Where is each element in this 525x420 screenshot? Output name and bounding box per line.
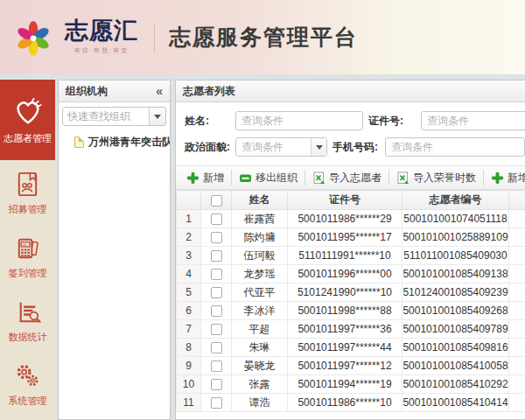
row-checkbox[interactable] [211, 360, 222, 372]
volunteer-table: 姓名 证件号 志愿者编号 1 崔露茜 5001011986******29 50… [176, 190, 525, 412]
row-checkbox[interactable] [211, 214, 222, 225]
sidebar-item-label: 签到管理 [9, 267, 47, 280]
political-select-value: 查询条件 [236, 140, 311, 155]
phone-filter-input[interactable] [385, 137, 525, 157]
row-checkbox[interactable] [211, 269, 222, 280]
remove-from-org-button[interactable]: 移出组织 [232, 166, 304, 189]
header-divider [154, 23, 155, 52]
checkbox-cell [201, 375, 232, 394]
table-row[interactable]: 4 龙梦瑶 5001011996******00 500101001085409… [177, 265, 525, 284]
app-header: 志愿汇 有你·有我·有爱 志愿服务管理平台 [0, 0, 525, 74]
chevron-down-icon [316, 145, 323, 150]
table-row[interactable]: 6 李冰洋 5001011998******88 500101001085409… [177, 302, 525, 320]
political-status-select[interactable]: 查询条件 [235, 137, 327, 157]
name-cell: 谭浩 [232, 394, 288, 412]
flower-logo-icon [10, 15, 56, 60]
row-number: 2 [177, 228, 201, 247]
table-row[interactable]: 3 伍珂毅 5110111991******10 511011001085409… [177, 247, 525, 265]
sidebar-item-recruit-management[interactable]: 招募管理 [0, 160, 55, 224]
select-dropdown-button[interactable] [311, 138, 326, 156]
row-number: 5 [177, 284, 201, 302]
clipped-action-cell [509, 210, 525, 228]
checkbox-cell [201, 247, 232, 265]
sidebar-item-label: 系统管理 [9, 395, 47, 408]
org-tree-node-label: 万州港青年突击队 [88, 135, 171, 150]
sidebar-item-volunteer-management[interactable]: 志愿者管理 [0, 80, 55, 160]
org-search-input[interactable] [63, 108, 149, 125]
name-cell: 晏晓龙 [232, 357, 288, 375]
checkbox-cell [201, 320, 232, 339]
row-checkbox[interactable] [211, 324, 222, 335]
table-row[interactable]: 7 平超 5001011997******36 5001010010854097… [177, 320, 525, 339]
button-label: 新增 [203, 171, 224, 186]
clipped-action-cell [509, 320, 525, 339]
sidebar-item-system-management[interactable]: 系统管理 [0, 352, 55, 416]
stats-chart-icon [12, 297, 43, 327]
sidebar-item-data-statistics[interactable]: 数据统计 [0, 288, 55, 352]
filter-row-1: 姓名: 证件号: [185, 109, 525, 132]
row-checkbox[interactable] [211, 250, 222, 262]
clipped-action-cell [509, 284, 525, 302]
chevron-down-icon [154, 115, 161, 119]
name-cell: 龙梦瑶 [232, 265, 288, 284]
select-all-checkbox[interactable] [211, 195, 222, 206]
table-row[interactable]: 10 张露 5001011994******19 500101001085410… [177, 375, 525, 394]
table-row[interactable]: 11 谭浩 5001011986******10 500101001085410… [177, 394, 525, 412]
org-tree-node[interactable]: 万州港青年突击队 [74, 135, 170, 150]
org-search-combobox [62, 107, 166, 126]
plus-icon [186, 172, 200, 185]
add-button[interactable]: 新增 [179, 166, 231, 189]
row-number: 9 [177, 357, 201, 375]
row-checkbox[interactable] [211, 397, 222, 409]
clipped-action-cell [509, 302, 525, 320]
row-checkbox[interactable] [211, 342, 222, 354]
table-row[interactable]: 5 代亚平 5101241990******10 510124001085409… [177, 284, 525, 302]
checkbox-cell [201, 210, 232, 228]
column-header-vol-no: 志愿者编号 [402, 191, 509, 210]
name-cell: 代亚平 [232, 284, 288, 302]
add-honor-hours-button[interactable]: 新增荣誉时数 [484, 166, 525, 189]
cert-cell: 5001011986******29 [288, 210, 402, 228]
org-search-dropdown-button[interactable] [149, 108, 165, 125]
vol-no-cell: 500101001025889109 [402, 228, 509, 247]
cert-filter-input[interactable] [421, 111, 525, 130]
plus-icon [491, 172, 504, 185]
recruit-book-icon [12, 169, 43, 200]
table-row[interactable]: 8 朱琳 5001011997******44 5001010010854098… [177, 339, 525, 357]
cert-cell: 5101241990******10 [288, 284, 402, 302]
row-checkbox[interactable] [211, 379, 222, 390]
name-filter-input[interactable] [235, 111, 363, 130]
row-number: 6 [177, 302, 201, 320]
name-cell: 崔露茜 [232, 210, 288, 228]
import-volunteers-button[interactable]: 导入志愿者 [305, 166, 388, 189]
table-row[interactable]: 1 崔露茜 5001011986******29 500101001074051… [177, 210, 525, 228]
table-row[interactable]: 2 陈灼墉 5001011995******17 500101001025889… [177, 228, 525, 247]
row-checkbox[interactable] [211, 232, 222, 243]
cert-filter-label: 证件号: [368, 114, 421, 129]
vol-no-cell: 510124001085409239 [402, 284, 509, 302]
vol-no-cell: 500101001074051118 [402, 210, 509, 228]
checkbox-cell [201, 284, 232, 302]
collapse-panel-icon[interactable]: « [156, 85, 163, 97]
sidebar-item-checkin-management[interactable]: ck 签到管理 [0, 224, 55, 288]
row-checkbox[interactable] [211, 287, 222, 298]
cert-cell: 5001011997******44 [288, 339, 402, 357]
cert-cell: 5001011986******10 [288, 394, 402, 412]
svg-text:ck: ck [23, 242, 27, 247]
name-cell: 张露 [232, 375, 288, 394]
row-checkbox[interactable] [211, 305, 222, 317]
page-title: 志愿服务管理平台 [169, 23, 358, 52]
sidebar-item-label: 招募管理 [9, 203, 47, 216]
cert-cell: 5110111991******10 [288, 247, 402, 265]
checkbox-cell [201, 228, 232, 247]
table-header-row: 姓名 证件号 志愿者编号 [177, 191, 525, 210]
import-honor-hours-button[interactable]: 导入荣誉时数 [389, 166, 483, 189]
logo-name: 志愿汇 [65, 19, 138, 43]
name-cell: 朱琳 [232, 339, 288, 357]
select-all-header [201, 191, 232, 210]
name-cell: 伍珂毅 [232, 247, 288, 265]
table-row[interactable]: 9 晏晓龙 5001011997******12 500101001085410… [177, 357, 525, 375]
cert-cell: 5001011997******36 [288, 320, 402, 339]
cert-cell: 5001011995******17 [288, 228, 402, 247]
column-header-cert: 证件号 [288, 191, 402, 210]
